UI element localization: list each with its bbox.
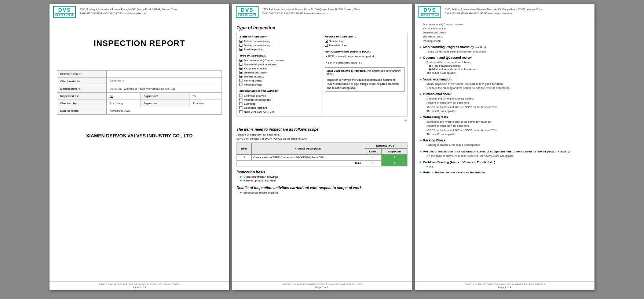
- ncr-text: • NCR'_s issued during reported period :: [326, 55, 405, 58]
- th-desc: Product Description: [252, 143, 364, 154]
- p3-pack-title-row: ➤ Packing Check: [419, 138, 590, 142]
- p3-section-results: ➤ Results of Inspection (incl. calibrati…: [419, 150, 590, 158]
- result-sat: Satisfactory: [325, 40, 405, 43]
- p3-dim-title-row: ➤ Dimensional check: [419, 92, 590, 96]
- th-order: Order: [364, 148, 382, 154]
- bullet-arrow-1: ▶: [429, 64, 432, 68]
- intro-italic: (scope of work): [259, 191, 278, 194]
- client-label: DERVOS Client:: [57, 70, 107, 78]
- th-inspected: Inspected: [382, 148, 407, 154]
- add-icon[interactable]: +: [404, 117, 407, 123]
- stage-before-label: Before manufacturing: [244, 40, 270, 43]
- p3-mfg-title: Manufacturing Progress Status: [423, 45, 469, 49]
- mat-mech-label: Mechanical properties: [244, 98, 271, 101]
- p3-section-pack: ➤ Packing Check Packing is checked, the …: [419, 138, 590, 147]
- type-mat: Material inspection witness: [239, 63, 319, 66]
- p3-visual-title-row: ➤ Visual examination: [419, 78, 590, 81]
- table-row: 3 Check valve, WAFER Connection, DN50PN1…: [237, 154, 407, 160]
- result-sat-label: Satisfactory: [329, 40, 344, 43]
- p3-list-item-2: Dimensional check: [423, 30, 590, 35]
- stage-final-label: Final inspection: [244, 48, 263, 51]
- header-contact-3: 1205, Building A, International Finance …: [445, 8, 542, 15]
- p3-refer-title: Refer to the inspection details as herei…: [423, 171, 486, 174]
- manufacturer-value: DERVOS (Wenzhou) Valve Manufacturing Co.…: [106, 85, 222, 92]
- table-row: Manufacturer: DERVOS (Wenzhou) Valve Man…: [57, 85, 222, 92]
- th-qty: Quantity (PCS): [364, 143, 407, 148]
- logo-sub-2: DERVOS VALVE: [238, 14, 256, 16]
- client-value: [106, 70, 222, 78]
- inspected-value: Su: [106, 92, 140, 100]
- stage-label: Stage of inspection:: [239, 35, 319, 38]
- p3-witness-text2: Amount of inspection for each item.: [427, 124, 590, 128]
- date-label: Date of issue:: [57, 107, 107, 114]
- p3-doc-result: The result is acceptable: [427, 71, 590, 75]
- basis-label-2: Relevant product standard: [244, 179, 276, 182]
- logo-area-3: DVS DERVOS VALVE: [418, 6, 441, 18]
- p3-doc-bullet2: ▶ Mechanical and chemical test records: [429, 68, 590, 71]
- p3-problems-title: Problems Pending (Areas of Concern, Punc…: [423, 161, 495, 164]
- cb-visual: [239, 67, 242, 70]
- p3-list-item-4: Packing check: [423, 39, 590, 43]
- logo-box-3: DVS DERVOS VALVE: [418, 6, 441, 18]
- stage-during-label: During manufacturing: [244, 44, 270, 47]
- th-item: Item: [237, 143, 252, 154]
- header-phone-2: T:+86-592-5185336 F:+86-592-5185335 www.…: [262, 12, 360, 15]
- ncr-label: Non Conformities Reports (NCR):: [325, 50, 405, 53]
- cb-mat: [239, 63, 242, 66]
- row-inspected: 1: [382, 154, 407, 160]
- type-doc: Document and QC record review: [239, 59, 319, 62]
- row-order: 1: [364, 154, 382, 160]
- material-label: Material inspection witness:: [239, 89, 319, 93]
- company-full-name: XIAMEN DERVOS VALVES INDUSTRY CO., LTD: [57, 133, 222, 138]
- total-inspected: 1: [382, 160, 407, 166]
- page-2: DVS DERVOS VALVE 1205, Building A, Inter…: [232, 4, 412, 290]
- type-visual-label: Visual examination: [244, 67, 267, 70]
- table-total-row: Total: 1 1: [237, 160, 407, 166]
- cb-corr: [239, 106, 242, 109]
- logo-sub-3: DERVOS VALVE: [421, 14, 439, 16]
- add-btn-area: +: [237, 117, 407, 124]
- p3-dim-text2: Amount of inspection for each item.: [427, 101, 590, 105]
- type-dim-label: Dimensional check: [244, 71, 267, 74]
- p3-section-problems: ➤ Problems Pending (Areas of Concern, Pu…: [419, 161, 590, 169]
- header-address-2: 1205, Building A, International Finance …: [262, 8, 360, 11]
- items-table: Item Product Description Quantity (PCS) …: [237, 143, 407, 166]
- p3-section-visual: ➤ Visual examination Visual inspection o…: [419, 78, 590, 90]
- arrow-visual: ➤: [419, 78, 422, 81]
- inspection-type-box: Stage of inspection: Before manufacturin…: [237, 33, 407, 116]
- result-unsat: Unsatisfactory: [325, 44, 405, 47]
- table-row: Client order No: D221001-1: [57, 78, 222, 85]
- p3-dim-text3: ≤5PCS on the basis of 100%, >5PCS on the…: [427, 105, 590, 109]
- page-title: INSPECTION REPORT: [57, 39, 222, 48]
- cb-sat: [325, 40, 328, 43]
- page3-content: Document and QC record review Visual exa…: [415, 20, 594, 282]
- logo-area: DVS DERVOS VALVE: [53, 6, 76, 18]
- p3-section-mfg: ➤ Manufacturing Progress Status (Quantit…: [419, 45, 590, 54]
- intro-item: ➤ Introduction (scope of work): [239, 191, 407, 194]
- p3-mfg-text: All the valves have been finished with p…: [427, 50, 590, 54]
- header-phone-3: T:+86-592-5185336 F:+86-592-5185335 www.…: [445, 12, 542, 15]
- p3-results-title-row: ➤ Results of Inspection (incl. calibrati…: [419, 150, 590, 153]
- cb-doc: [239, 59, 242, 62]
- p3-pack-title: Packing Check: [423, 138, 445, 142]
- basis-item-1: ➤ Client confirmation drawings: [239, 175, 407, 179]
- footer-text-3: DERVOS, YOUR BEST PARTNER OF VALVES, FLA…: [418, 283, 591, 285]
- type-dim: Dimensional check: [239, 71, 319, 74]
- p3-doc-bullet1-text: Heat treatment records: [432, 64, 461, 68]
- p3-dim-title: Dimensional check: [423, 92, 451, 96]
- section-title-2: Type of inspection: [237, 25, 407, 30]
- mat-chem-label: Chemical analysis: [244, 94, 266, 97]
- basis-label-1: Client confirmation drawings: [244, 175, 278, 179]
- cb-ndt: [239, 110, 242, 113]
- insp-left-col: Stage of inspection: Before manufacturin…: [237, 33, 322, 116]
- p3-doc-bullet2-text: Mechanical and chemical test records: [432, 68, 478, 71]
- type-label: Type of inspection:: [239, 54, 319, 57]
- logo-divider-3: [421, 13, 439, 14]
- type-doc-label: Document and QC record review: [244, 59, 284, 62]
- p3-witness-title: Witnessing tests: [423, 115, 448, 119]
- p3-list-item-0: Document and QC record review: [423, 22, 590, 26]
- p3-list-item-3: Witnessing tests: [423, 35, 590, 39]
- type-witness-label: Witnessing tests: [244, 75, 264, 78]
- stage-final: Final inspection: [239, 48, 319, 51]
- table-row: Inspected by: Su Signature: Su: [57, 92, 222, 100]
